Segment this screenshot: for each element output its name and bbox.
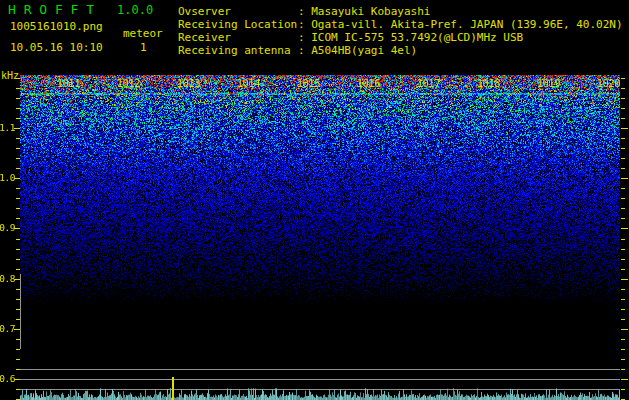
station-row-label: Receiving Location: [178, 18, 298, 31]
freq-minor-tick: [16, 249, 20, 250]
freq-minor-tick: [16, 138, 20, 139]
freq-minor-tick: [621, 389, 625, 390]
freq-tick-label: 0.7: [0, 323, 15, 334]
freq-minor-tick: [621, 158, 625, 159]
freq-minor-tick: [16, 88, 20, 89]
time-label: 1011: [57, 77, 80, 89]
app-title: H R O F F T: [8, 2, 94, 17]
meteor-count: 1: [140, 41, 147, 54]
freq-minor-tick: [621, 259, 625, 260]
freq-major-tick: [621, 228, 628, 229]
time-label: 1020: [597, 77, 620, 89]
hrofft-screen: { "header": { "app_title": "H R O F F T"…: [0, 0, 629, 400]
datetime-label: 10.05.16 10:10: [10, 41, 103, 54]
freq-minor-tick: [16, 299, 20, 300]
freq-minor-tick: [621, 369, 625, 370]
freq-tick-label: 1.1: [0, 122, 15, 133]
freq-minor-tick: [16, 369, 20, 370]
time-label: 1014: [237, 77, 260, 89]
freq-minor-tick: [16, 158, 20, 159]
output-filename: 1005161010.png: [10, 20, 103, 33]
station-row: Receiving Location: Ogata-vill. Akita-Pr…: [178, 18, 623, 31]
freq-minor-tick: [16, 148, 20, 149]
freq-minor-tick: [16, 168, 20, 169]
freq-major-tick: [621, 329, 628, 330]
freq-tick-label: 0.9: [0, 222, 15, 233]
freq-minor-tick: [621, 339, 625, 340]
freq-minor-tick: [16, 309, 20, 310]
time-label: 1016: [357, 77, 380, 89]
station-row-value: : Masayuki Kobayashi: [298, 5, 430, 18]
freq-minor-tick: [16, 259, 20, 260]
freq-tick-label: 0.6: [0, 373, 15, 384]
freq-major-tick: [621, 178, 628, 179]
freq-minor-tick: [621, 349, 625, 350]
freq-major-tick: [621, 379, 628, 380]
freq-minor-tick: [621, 108, 625, 109]
y-axis-unit-label: kHz: [1, 70, 19, 81]
freq-tick-label: 1.0: [0, 172, 15, 183]
station-row-value: : A504HB(yagi 4el): [298, 44, 417, 57]
spectrogram-canvas: [20, 75, 620, 400]
time-label: 1017: [417, 77, 440, 89]
time-label: 1012: [117, 77, 140, 89]
freq-minor-tick: [621, 148, 625, 149]
freq-minor-tick: [621, 309, 625, 310]
station-row: Ovserver: Masayuki Kobayashi: [178, 5, 623, 18]
station-row-label: Ovserver: [178, 5, 298, 18]
freq-minor-tick: [621, 198, 625, 199]
time-label: 1015: [297, 77, 320, 89]
freq-minor-tick: [16, 339, 20, 340]
freq-minor-tick: [621, 78, 625, 79]
freq-minor-tick: [16, 208, 20, 209]
freq-minor-tick: [16, 349, 20, 350]
freq-minor-tick: [621, 289, 625, 290]
freq-minor-tick: [16, 188, 20, 189]
mode-label: meteor: [123, 27, 163, 40]
station-row: Receiver: ICOM IC-575 53.7492(@LCD)MHz U…: [178, 31, 623, 44]
app-version: 1.0.0: [117, 3, 153, 17]
freq-minor-tick: [621, 359, 625, 360]
freq-minor-tick: [16, 118, 20, 119]
station-row-label: Receiver: [178, 31, 298, 44]
station-row-value: : ICOM IC-575 53.7492(@LCD)MHz USB: [298, 31, 523, 44]
freq-minor-tick: [621, 218, 625, 219]
station-row: Receiving antenna: A504HB(yagi 4el): [178, 44, 623, 57]
freq-minor-tick: [621, 208, 625, 209]
freq-minor-tick: [16, 218, 20, 219]
freq-minor-tick: [16, 98, 20, 99]
freq-major-tick: [621, 279, 628, 280]
freq-minor-tick: [621, 118, 625, 119]
freq-minor-tick: [621, 299, 625, 300]
freq-tick-label: 0.8: [0, 273, 15, 284]
freq-minor-tick: [16, 239, 20, 240]
freq-minor-tick: [16, 78, 20, 79]
freq-major-tick: [621, 128, 628, 129]
freq-minor-tick: [16, 198, 20, 199]
station-row-label: Receiving antenna: [178, 44, 298, 57]
freq-minor-tick: [621, 269, 625, 270]
freq-minor-tick: [16, 269, 20, 270]
station-row-value: : Ogata-vill. Akita-Pref. JAPAN (139.96E…: [298, 18, 623, 31]
time-label: 1013: [177, 77, 200, 89]
freq-minor-tick: [621, 88, 625, 89]
freq-minor-tick: [621, 138, 625, 139]
freq-minor-tick: [621, 239, 625, 240]
freq-minor-tick: [16, 319, 20, 320]
freq-minor-tick: [16, 359, 20, 360]
freq-minor-tick: [16, 108, 20, 109]
freq-minor-tick: [621, 98, 625, 99]
station-info: Ovserver: Masayuki KobayashiReceiving Lo…: [178, 5, 623, 57]
freq-minor-tick: [16, 389, 20, 390]
freq-minor-tick: [621, 168, 625, 169]
time-label: 1019: [537, 77, 560, 89]
freq-minor-tick: [621, 319, 625, 320]
time-label: 1018: [477, 77, 500, 89]
freq-minor-tick: [621, 188, 625, 189]
freq-minor-tick: [621, 249, 625, 250]
freq-minor-tick: [16, 289, 20, 290]
